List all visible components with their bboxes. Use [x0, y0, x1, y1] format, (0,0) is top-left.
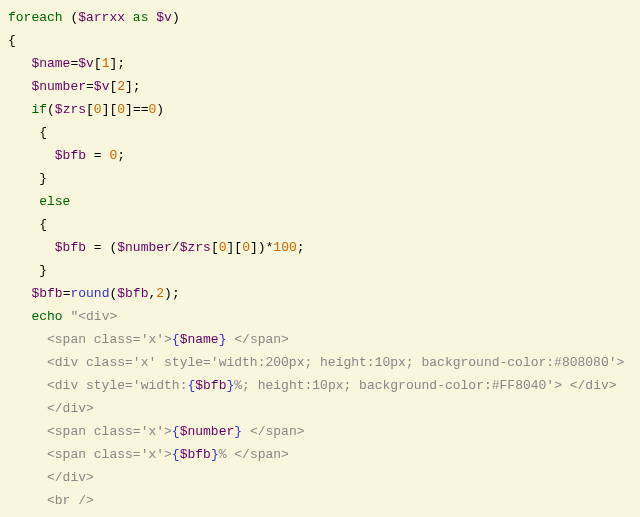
code-line-20: <span class='x'>{$number} </span> [8, 420, 632, 443]
code-line-2: { [8, 29, 632, 52]
code-line-7: { [8, 121, 632, 144]
code-line-18: <div style='width:{$bfb}%; height:10px; … [8, 374, 632, 397]
code-line-13: } [8, 259, 632, 282]
code-line-21: <span class='x'>{$bfb}% </span> [8, 443, 632, 466]
code-line-12: $bfb = ($number/$zrs[0][0])*100; [8, 236, 632, 259]
kw-as: as [133, 10, 149, 25]
code-line-17: <div class='x' style='width:200px; heigh… [8, 351, 632, 374]
kw-if: if [31, 102, 47, 117]
var-number: $number [31, 79, 86, 94]
code-line-8: $bfb = 0; [8, 144, 632, 167]
kw-echo: echo [31, 309, 62, 324]
code-line-5: $number=$v[2]; [8, 75, 632, 98]
code-line-9: } [8, 167, 632, 190]
code-line-10: else [8, 190, 632, 213]
var-zrs: $zrs [55, 102, 86, 117]
kw-foreach: foreach [8, 10, 63, 25]
var-v: $v [156, 10, 172, 25]
kw-else: else [39, 194, 70, 209]
code-line-14: $bfb=round($bfb,2); [8, 282, 632, 305]
code-line-4: $name=$v[1]; [8, 52, 632, 75]
code-line-24: "; [8, 512, 632, 517]
code-line-1: foreach ($arrxx as $v) [8, 6, 632, 29]
var-name: $name [31, 56, 70, 71]
code-line-6: if($zrs[0][0]==0) [8, 98, 632, 121]
code-line-19: </div> [8, 397, 632, 420]
code-line-16: <span class='x'>{$name} </span> [8, 328, 632, 351]
code-line-22: </div> [8, 466, 632, 489]
var-arrxx: $arrxx [78, 10, 125, 25]
code-line-15: echo "<div> [8, 305, 632, 328]
code-line-11: { [8, 213, 632, 236]
code-line-23: <br /> [8, 489, 632, 512]
fn-round: round [70, 286, 109, 301]
var-bfb: $bfb [55, 148, 86, 163]
